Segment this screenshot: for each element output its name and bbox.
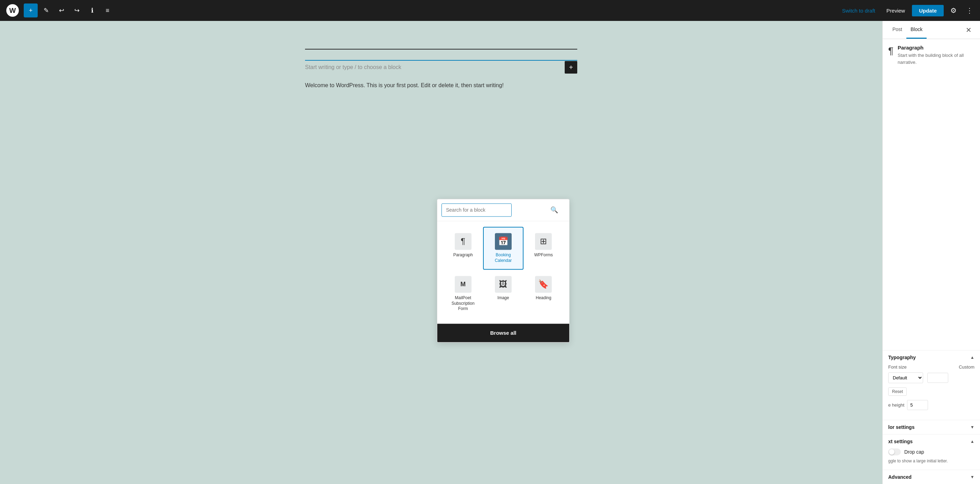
block-grid: ¶ Paragraph 📅 Booking Calendar ⊞ WPForms… [437, 221, 569, 324]
add-block-toolbar-button[interactable]: + [24, 3, 38, 17]
reset-button[interactable]: Reset [888, 387, 907, 396]
redo-button[interactable]: ↪ [70, 3, 84, 17]
font-size-label: Font size [888, 364, 956, 370]
paragraph-block-label: Paragraph [453, 252, 473, 258]
typography-chevron-icon: ▲ [970, 355, 974, 360]
paragraph-block-icon: ¶ [455, 233, 471, 250]
placeholder-text: Start writing or type / to choose a bloc… [305, 64, 401, 70]
wp-logo-icon: W [6, 4, 19, 17]
block-placeholder[interactable]: Start writing or type / to choose a bloc… [305, 60, 577, 74]
color-settings-label: lor settings [888, 424, 915, 430]
update-button[interactable]: Update [912, 5, 944, 16]
block-picker-popup: 🔍 ¶ Paragraph 📅 Booking Calendar ⊞ WPFor… [437, 199, 570, 343]
color-settings-chevron-icon: ▼ [970, 425, 974, 430]
block-item-mailpoet[interactable]: M MailPoet Subscription Form [443, 270, 483, 318]
image-block-icon: 🖼 [495, 276, 512, 293]
main-layout: Start writing or type / to choose a bloc… [0, 21, 980, 484]
mailpoet-block-label: MailPoet Subscription Form [446, 296, 479, 312]
font-size-row: Font size Custom [888, 364, 974, 370]
booking-calendar-block-label: Booking Calendar [487, 252, 520, 263]
font-size-select[interactable]: Default Small Medium Large X-Large [888, 373, 923, 383]
editor-content[interactable]: Welcome to WordPress. This is your first… [305, 81, 577, 90]
advanced-chevron-icon: ▼ [970, 474, 974, 479]
switch-to-draft-button[interactable]: Switch to draft [838, 5, 880, 16]
drop-cap-row: Drop cap [888, 448, 974, 455]
wpforms-block-icon: ⊞ [535, 233, 552, 250]
block-item-heading[interactable]: 🔖 Heading [523, 270, 564, 318]
block-item-booking-calendar[interactable]: 📅 Booking Calendar [483, 227, 523, 270]
toolbar: W + ✎ ↩ ↪ ℹ ≡ Switch to draft Preview Up… [0, 0, 980, 21]
browse-all-button[interactable]: Browse all [437, 324, 569, 342]
block-item-wpforms[interactable]: ⊞ WPForms [523, 227, 564, 270]
advanced-section-label: Advanced [888, 474, 912, 480]
image-block-label: Image [497, 296, 509, 301]
typography-section-label: Typography [888, 355, 916, 360]
list-view-button[interactable]: ≡ [100, 3, 115, 17]
more-options-button[interactable]: ⋮ [963, 3, 976, 17]
wpforms-block-label: WPForms [535, 252, 553, 258]
toolbar-right: Switch to draft Preview Update ⚙ ⋮ [838, 3, 976, 17]
drop-cap-label: Drop cap [904, 449, 924, 455]
sidebar-content: ¶ Paragraph Start with the building bloc… [883, 39, 980, 350]
font-size-custom-input[interactable] [927, 373, 948, 383]
undo-button[interactable]: ↩ [54, 3, 68, 17]
add-block-inline-button[interactable]: + [565, 61, 577, 74]
block-item-image[interactable]: 🖼 Image [483, 270, 523, 318]
text-settings-section-content: Drop cap ggle to show a large initial le… [883, 448, 980, 470]
toggle-knob [889, 449, 894, 455]
font-size-form-row: Default Small Medium Large X-Large [888, 373, 974, 383]
sidebar-tabs: Post Block ✕ [883, 21, 980, 39]
line-height-row: e height [888, 400, 974, 410]
line-height-input[interactable] [907, 400, 928, 410]
tab-block[interactable]: Block [906, 21, 927, 39]
drop-cap-toggle[interactable] [888, 448, 901, 455]
text-settings-chevron-icon: ▲ [970, 439, 974, 444]
custom-label: Custom [959, 364, 974, 370]
text-settings-section-header[interactable]: xt settings ▲ [883, 434, 980, 448]
close-sidebar-button[interactable]: ✕ [963, 23, 974, 37]
color-settings-section-header[interactable]: lor settings ▼ [883, 420, 980, 434]
booking-calendar-block-icon: 📅 [495, 233, 512, 250]
block-info-title: Paragraph [897, 44, 974, 51]
text-settings-label: xt settings [888, 439, 913, 444]
settings-button[interactable]: ⚙ [947, 3, 961, 17]
right-sidebar: Post Block ✕ ¶ Paragraph Start with the … [882, 21, 980, 484]
separator [305, 49, 577, 49]
block-search-input[interactable] [441, 203, 512, 217]
block-info-text: Paragraph Start with the building block … [897, 44, 974, 65]
search-icon-button[interactable]: 🔍 [550, 206, 558, 214]
drop-cap-description: ggle to show a large initial letter. [888, 458, 974, 464]
editor-canvas: Start writing or type / to choose a bloc… [284, 35, 598, 97]
advanced-section-header[interactable]: Advanced ▼ [883, 470, 980, 484]
search-wrapper: 🔍 [441, 203, 565, 217]
mailpoet-block-icon: M [455, 276, 471, 293]
info-button[interactable]: ℹ [85, 3, 99, 17]
block-info-icon: ¶ [888, 45, 893, 57]
line-height-label: e height [888, 402, 904, 408]
typography-section-header[interactable]: Typography ▲ [883, 350, 980, 364]
block-info: ¶ Paragraph Start with the building bloc… [888, 44, 974, 71]
pen-tool-button[interactable]: ✎ [39, 3, 53, 17]
block-info-description: Start with the building block of all nar… [897, 52, 974, 65]
heading-block-icon: 🔖 [535, 276, 552, 293]
preview-button[interactable]: Preview [882, 5, 909, 16]
wp-logo: W [4, 2, 21, 19]
block-search-area: 🔍 [437, 199, 569, 221]
typography-section-content: Font size Custom Default Small Medium La… [883, 364, 980, 420]
heading-block-label: Heading [536, 296, 551, 301]
tab-post[interactable]: Post [888, 21, 906, 39]
block-item-paragraph[interactable]: ¶ Paragraph [443, 227, 483, 270]
